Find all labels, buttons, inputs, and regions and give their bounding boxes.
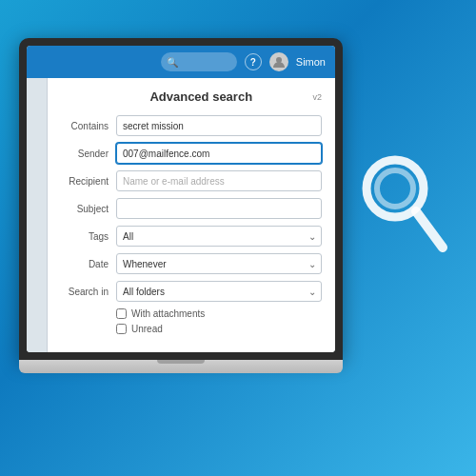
username-label: Simon: [296, 56, 326, 68]
advanced-search-panel: Advanced search v2 Contains Sender: [48, 78, 335, 352]
search-in-row: Search in All folders ⌄: [61, 281, 322, 302]
contains-input[interactable]: [116, 115, 322, 136]
panel-header: Advanced search v2: [61, 89, 322, 104]
sender-label: Sender: [61, 149, 116, 159]
attachments-checkbox[interactable]: [116, 308, 127, 319]
date-row: Date Whenever ⌄: [61, 253, 322, 274]
big-magnifier-icon: [359, 152, 449, 257]
subject-row: Subject: [61, 198, 322, 219]
sender-input[interactable]: [116, 143, 322, 164]
subject-input[interactable]: [116, 198, 322, 219]
sender-row: Sender: [61, 143, 322, 164]
attachments-label: With attachments: [131, 308, 205, 319]
avatar: [269, 52, 288, 71]
screen-inner: 🔍 ? Simon: [27, 46, 335, 352]
contains-row: Contains: [61, 115, 322, 136]
version-badge: v2: [312, 92, 322, 102]
date-select-wrap: Whenever ⌄: [116, 253, 322, 274]
laptop-base: [19, 360, 343, 373]
attachments-row: With attachments: [116, 308, 322, 319]
tags-label: Tags: [61, 231, 116, 242]
tags-row: Tags All ⌄: [61, 226, 322, 247]
svg-point-1: [377, 170, 413, 207]
sidebar-strip: [27, 78, 48, 352]
search-in-label: Search in: [61, 287, 116, 297]
recipient-label: Recipient: [61, 176, 116, 187]
laptop-frame: 🔍 ? Simon: [19, 38, 343, 373]
help-button[interactable]: ?: [245, 53, 262, 70]
search-in-select-wrap: All folders ⌄: [116, 281, 322, 302]
svg-line-2: [416, 211, 443, 248]
laptop-notch: [157, 360, 205, 364]
laptop-screen: 🔍 ? Simon: [19, 38, 343, 360]
header-search-box[interactable]: 🔍: [161, 52, 237, 71]
content-area: Advanced search v2 Contains Sender: [27, 78, 335, 352]
header-search-icon: 🔍: [167, 57, 178, 68]
subject-label: Subject: [61, 204, 116, 214]
date-select[interactable]: Whenever: [116, 253, 322, 274]
tags-select[interactable]: All: [116, 226, 322, 247]
search-in-select[interactable]: All folders: [116, 281, 322, 302]
contains-label: Contains: [61, 121, 116, 131]
recipient-input[interactable]: [116, 170, 322, 191]
recipient-row: Recipient: [61, 170, 322, 191]
tags-select-wrap: All ⌄: [116, 226, 322, 247]
date-label: Date: [61, 259, 116, 269]
unread-row: Unread: [116, 324, 322, 334]
panel-title: Advanced search: [89, 89, 312, 104]
header-bar: 🔍 ? Simon: [27, 46, 335, 78]
unread-checkbox[interactable]: [116, 324, 127, 334]
unread-label: Unread: [131, 324, 163, 334]
